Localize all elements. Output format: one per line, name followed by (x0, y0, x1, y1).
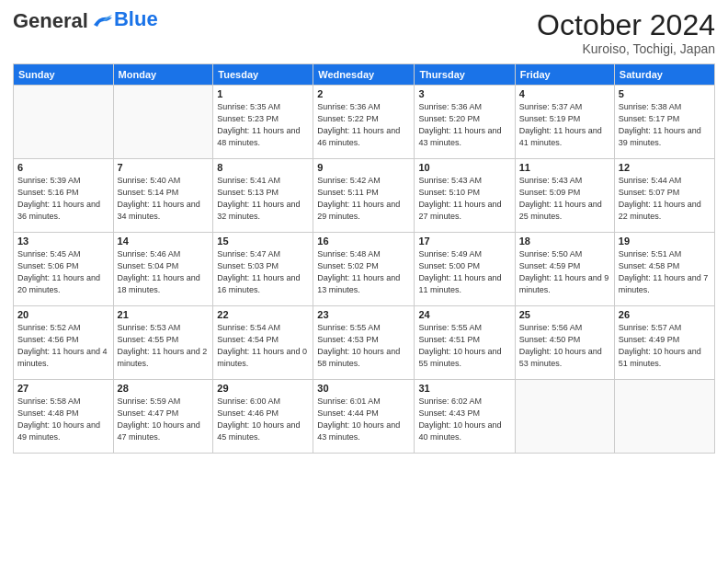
day-info: Sunrise: 5:50 AM Sunset: 4:59 PM Dayligh… (519, 248, 610, 296)
calendar-cell (515, 380, 614, 454)
calendar-cell: 20Sunrise: 5:52 AM Sunset: 4:56 PM Dayli… (14, 306, 114, 380)
week-row-2: 6Sunrise: 5:39 AM Sunset: 5:16 PM Daylig… (14, 159, 715, 233)
calendar-cell: 4Sunrise: 5:37 AM Sunset: 5:19 PM Daylig… (515, 86, 614, 159)
calendar-cell: 24Sunrise: 5:55 AM Sunset: 4:51 PM Dayli… (415, 306, 515, 380)
week-row-4: 20Sunrise: 5:52 AM Sunset: 4:56 PM Dayli… (14, 306, 715, 380)
day-number: 14 (118, 236, 210, 247)
day-info: Sunrise: 5:43 AM Sunset: 5:10 PM Dayligh… (418, 175, 510, 223)
day-info: Sunrise: 5:55 AM Sunset: 4:51 PM Dayligh… (418, 322, 510, 370)
calendar-cell: 2Sunrise: 5:36 AM Sunset: 5:22 PM Daylig… (313, 86, 415, 159)
day-info: Sunrise: 5:40 AM Sunset: 5:14 PM Dayligh… (118, 175, 210, 223)
day-number: 8 (217, 162, 309, 173)
calendar-cell: 29Sunrise: 6:00 AM Sunset: 4:46 PM Dayli… (213, 380, 313, 454)
day-number: 9 (317, 162, 410, 173)
calendar-cell: 3Sunrise: 5:36 AM Sunset: 5:20 PM Daylig… (415, 86, 515, 159)
day-info: Sunrise: 5:39 AM Sunset: 5:16 PM Dayligh… (17, 175, 109, 223)
day-number: 7 (118, 162, 210, 173)
location: Kuroiso, Tochigi, Japan (537, 41, 715, 56)
day-number: 5 (619, 88, 711, 99)
day-info: Sunrise: 5:48 AM Sunset: 5:02 PM Dayligh… (317, 248, 410, 296)
day-info: Sunrise: 5:42 AM Sunset: 5:11 PM Dayligh… (317, 175, 410, 223)
day-number: 6 (17, 162, 109, 173)
day-number: 13 (17, 236, 109, 247)
logo: General Blue (13, 9, 158, 32)
calendar-cell: 7Sunrise: 5:40 AM Sunset: 5:14 PM Daylig… (113, 159, 213, 233)
calendar-cell: 11Sunrise: 5:43 AM Sunset: 5:09 PM Dayli… (515, 159, 614, 233)
calendar-cell: 9Sunrise: 5:42 AM Sunset: 5:11 PM Daylig… (313, 159, 415, 233)
day-number: 16 (317, 236, 410, 247)
day-info: Sunrise: 5:36 AM Sunset: 5:20 PM Dayligh… (418, 101, 510, 149)
logo-blue: Blue (114, 7, 158, 31)
day-number: 21 (118, 309, 210, 320)
day-info: Sunrise: 5:57 AM Sunset: 4:49 PM Dayligh… (619, 322, 711, 370)
day-number: 26 (619, 309, 711, 320)
calendar-cell: 10Sunrise: 5:43 AM Sunset: 5:10 PM Dayli… (415, 159, 515, 233)
day-number: 23 (317, 309, 410, 320)
calendar-cell: 26Sunrise: 5:57 AM Sunset: 4:49 PM Dayli… (614, 306, 714, 380)
day-info: Sunrise: 5:41 AM Sunset: 5:13 PM Dayligh… (217, 175, 309, 223)
calendar-cell: 6Sunrise: 5:39 AM Sunset: 5:16 PM Daylig… (14, 159, 114, 233)
day-info: Sunrise: 5:59 AM Sunset: 4:47 PM Dayligh… (118, 396, 210, 443)
weekday-header-saturday: Saturday (614, 64, 714, 86)
day-number: 30 (317, 383, 410, 394)
logo-bird-icon (90, 12, 114, 32)
day-info: Sunrise: 6:01 AM Sunset: 4:44 PM Dayligh… (317, 396, 410, 443)
header: General Blue October 2024 Kuroiso, Tochi… (13, 9, 715, 56)
day-number: 29 (217, 383, 309, 394)
calendar-cell: 22Sunrise: 5:54 AM Sunset: 4:54 PM Dayli… (213, 306, 313, 380)
weekday-header-monday: Monday (113, 64, 213, 86)
day-number: 25 (519, 309, 610, 320)
day-info: Sunrise: 5:47 AM Sunset: 5:03 PM Dayligh… (217, 248, 309, 296)
week-row-1: 1Sunrise: 5:35 AM Sunset: 5:23 PM Daylig… (14, 86, 715, 159)
weekday-header-thursday: Thursday (415, 64, 515, 86)
page-container: General Blue October 2024 Kuroiso, Tochi… (0, 0, 728, 461)
day-info: Sunrise: 5:52 AM Sunset: 4:56 PM Dayligh… (17, 322, 109, 370)
calendar-cell: 30Sunrise: 6:01 AM Sunset: 4:44 PM Dayli… (313, 380, 415, 454)
calendar-cell: 31Sunrise: 6:02 AM Sunset: 4:43 PM Dayli… (415, 380, 515, 454)
day-number: 20 (17, 309, 109, 320)
calendar-cell: 8Sunrise: 5:41 AM Sunset: 5:13 PM Daylig… (213, 159, 313, 233)
calendar-cell (614, 380, 714, 454)
calendar-cell: 15Sunrise: 5:47 AM Sunset: 5:03 PM Dayli… (213, 233, 313, 306)
day-number: 10 (418, 162, 510, 173)
day-info: Sunrise: 5:53 AM Sunset: 4:55 PM Dayligh… (118, 322, 210, 370)
calendar-cell: 18Sunrise: 5:50 AM Sunset: 4:59 PM Dayli… (515, 233, 614, 306)
day-number: 18 (519, 236, 610, 247)
day-number: 28 (118, 383, 210, 394)
day-info: Sunrise: 5:54 AM Sunset: 4:54 PM Dayligh… (217, 322, 309, 370)
day-info: Sunrise: 5:45 AM Sunset: 5:06 PM Dayligh… (17, 248, 109, 296)
day-info: Sunrise: 5:58 AM Sunset: 4:48 PM Dayligh… (17, 396, 109, 443)
calendar-cell: 21Sunrise: 5:53 AM Sunset: 4:55 PM Dayli… (113, 306, 213, 380)
day-number: 31 (418, 383, 510, 394)
weekday-header-friday: Friday (515, 64, 614, 86)
weekday-header-sunday: Sunday (14, 64, 114, 86)
day-info: Sunrise: 6:00 AM Sunset: 4:46 PM Dayligh… (217, 396, 309, 443)
day-info: Sunrise: 5:51 AM Sunset: 4:58 PM Dayligh… (619, 248, 711, 296)
day-info: Sunrise: 5:55 AM Sunset: 4:53 PM Dayligh… (317, 322, 410, 370)
day-number: 1 (217, 88, 309, 99)
day-number: 15 (217, 236, 309, 247)
weekday-header-tuesday: Tuesday (213, 64, 313, 86)
calendar-cell: 12Sunrise: 5:44 AM Sunset: 5:07 PM Dayli… (614, 159, 714, 233)
day-info: Sunrise: 6:02 AM Sunset: 4:43 PM Dayligh… (418, 396, 510, 443)
calendar-header-row: SundayMondayTuesdayWednesdayThursdayFrid… (14, 64, 715, 86)
calendar-table: SundayMondayTuesdayWednesdayThursdayFrid… (13, 63, 715, 454)
logo-general: General (13, 9, 88, 32)
weekday-header-wednesday: Wednesday (313, 64, 415, 86)
day-info: Sunrise: 5:38 AM Sunset: 5:17 PM Dayligh… (619, 101, 711, 149)
day-number: 17 (418, 236, 510, 247)
day-number: 24 (418, 309, 510, 320)
day-number: 2 (317, 88, 410, 99)
calendar-cell: 19Sunrise: 5:51 AM Sunset: 4:58 PM Dayli… (614, 233, 714, 306)
calendar-cell: 23Sunrise: 5:55 AM Sunset: 4:53 PM Dayli… (313, 306, 415, 380)
calendar-cell (113, 86, 213, 159)
calendar-cell: 5Sunrise: 5:38 AM Sunset: 5:17 PM Daylig… (614, 86, 714, 159)
day-info: Sunrise: 5:46 AM Sunset: 5:04 PM Dayligh… (118, 248, 210, 296)
calendar-cell (14, 86, 114, 159)
calendar-cell: 14Sunrise: 5:46 AM Sunset: 5:04 PM Dayli… (113, 233, 213, 306)
week-row-3: 13Sunrise: 5:45 AM Sunset: 5:06 PM Dayli… (14, 233, 715, 306)
calendar-cell: 13Sunrise: 5:45 AM Sunset: 5:06 PM Dayli… (14, 233, 114, 306)
day-info: Sunrise: 5:35 AM Sunset: 5:23 PM Dayligh… (217, 101, 309, 149)
calendar-cell: 17Sunrise: 5:49 AM Sunset: 5:00 PM Dayli… (415, 233, 515, 306)
day-info: Sunrise: 5:36 AM Sunset: 5:22 PM Dayligh… (317, 101, 410, 149)
